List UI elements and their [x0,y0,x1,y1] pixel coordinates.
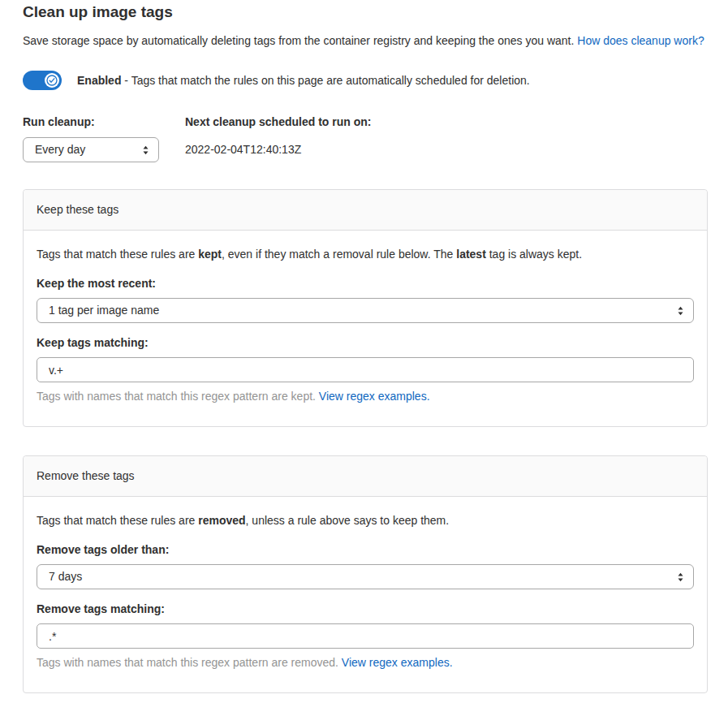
keep-tags-matching-group: Keep tags matching: Tags with names that… [37,336,694,403]
keep-most-recent-selected-value: 1 tag per image name [49,304,159,317]
toggle-knob [45,73,59,88]
run-cleanup-group: Run cleanup: Every day [23,115,185,162]
remove-older-than-selected-value: 7 days [49,570,82,584]
remove-tags-card-title: Remove these tags [37,469,135,482]
next-cleanup-label: Next cleanup scheduled to run on: [185,115,371,129]
remove-tags-card-body: Tags that match these rules are removed,… [24,497,707,692]
remove-tags-matching-input[interactable] [37,623,694,649]
keep-intro-bold-latest: latest [456,248,486,261]
keep-help-text: Tags with names that match this regex pa… [37,390,319,403]
keep-intro-bold-kept: kept [198,248,222,261]
run-cleanup-label: Run cleanup: [23,115,185,129]
check-circle-icon [46,75,58,86]
keep-most-recent-select[interactable]: 1 tag per image name [37,298,694,323]
keep-tags-card-title: Keep these tags [37,203,118,216]
remove-tags-matching-label: Remove tags matching: [37,602,694,616]
run-cleanup-select[interactable]: Every day [23,137,159,162]
cleanup-settings-page: Clean up image tags Save storage space b… [0,0,728,693]
keep-tags-matching-label: Keep tags matching: [37,336,694,350]
toggle-status-text: Enabled [77,74,121,87]
keep-tags-matching-input[interactable] [37,357,694,382]
keep-regex-examples-link[interactable]: View regex examples. [319,390,430,403]
keep-tags-card: Keep these tags Tags that match these ru… [23,189,708,427]
toggle-label: Enabled - Tags that match the rules on t… [77,74,530,88]
remove-tags-card-header: Remove these tags [24,456,707,497]
chevron-updown-icon [142,145,149,155]
remove-tags-intro: Tags that match these rules are removed,… [37,514,694,528]
keep-most-recent-label: Keep the most recent: [37,277,694,291]
next-cleanup-group: Next cleanup scheduled to run on: 2022-0… [185,115,371,162]
remove-tags-help-text: Tags with names that match this regex pa… [37,656,694,670]
schedule-row: Run cleanup: Every day Next cleanup sche… [23,115,708,162]
chevron-updown-icon [677,306,684,316]
keep-tags-help-text: Tags with names that match this regex pa… [37,390,694,403]
page-title: Clean up image tags [23,2,708,21]
remove-help-text: Tags with names that match this regex pa… [37,656,342,669]
chevron-updown-icon [677,572,684,582]
remove-older-than-select[interactable]: 7 days [37,564,694,589]
remove-older-than-label: Remove tags older than: [37,543,694,557]
keep-tags-card-body: Tags that match these rules are kept, ev… [24,231,707,426]
remove-intro-bold-removed: removed [198,514,245,527]
remove-tags-matching-group: Remove tags matching: Tags with names th… [37,602,694,670]
keep-tags-card-header: Keep these tags [24,190,707,231]
keep-intro-text-3: tag is always kept. [486,248,582,261]
toggle-description-text: - Tags that match the rules on this page… [121,74,529,87]
cleanup-enabled-toggle[interactable] [23,71,62,90]
remove-intro-text-2: , unless a rule above says to keep them. [246,514,450,527]
keep-most-recent-group: Keep the most recent: 1 tag per image na… [37,277,694,323]
page-description: Save storage space by automatically dele… [23,32,708,50]
run-cleanup-selected-value: Every day [35,143,85,157]
next-cleanup-value: 2022-02-04T12:40:13Z [185,137,371,162]
remove-tags-card: Remove these tags Tags that match these … [23,455,708,693]
how-does-cleanup-work-link[interactable]: How does cleanup work? [577,34,704,47]
keep-intro-text-1: Tags that match these rules are [37,248,198,261]
remove-intro-text-1: Tags that match these rules are [37,514,198,527]
keep-intro-text-2: , even if they match a removal rule belo… [222,248,456,261]
cleanup-toggle-row: Enabled - Tags that match the rules on t… [23,71,708,90]
page-description-text: Save storage space by automatically dele… [23,34,574,47]
keep-tags-intro: Tags that match these rules are kept, ev… [37,248,694,261]
remove-older-than-group: Remove tags older than: 7 days [37,543,694,589]
remove-regex-examples-link[interactable]: View regex examples. [342,656,453,669]
